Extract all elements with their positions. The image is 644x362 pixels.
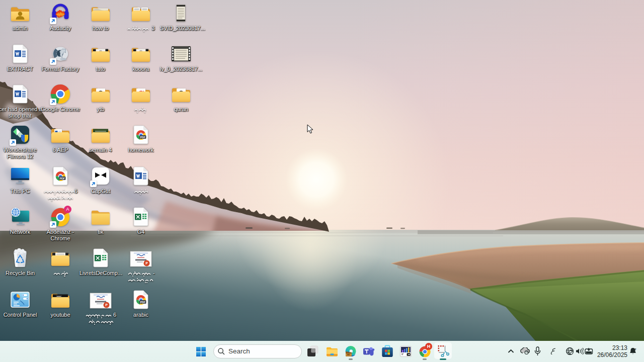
svg-text:z: z [635, 347, 636, 350]
